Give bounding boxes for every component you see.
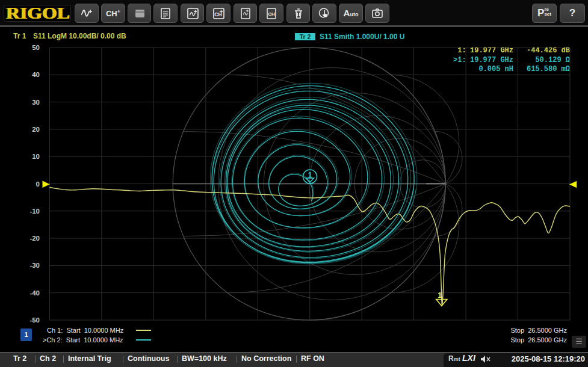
svg-text:30: 30 [32, 99, 40, 106]
svg-text:-40: -40 [29, 289, 40, 297]
svg-text:-30: -30 [29, 262, 40, 269]
svg-text:-20: -20 [29, 235, 40, 242]
svg-text:20: 20 [32, 126, 40, 133]
svg-text:40: 40 [32, 71, 40, 78]
svg-text:10: 10 [32, 153, 40, 160]
svg-text:1: 1 [438, 291, 442, 300]
svg-text:-50: -50 [29, 316, 40, 324]
svg-text:50: 50 [32, 44, 40, 51]
svg-text:0: 0 [36, 180, 40, 188]
svg-text:-10: -10 [29, 208, 40, 215]
